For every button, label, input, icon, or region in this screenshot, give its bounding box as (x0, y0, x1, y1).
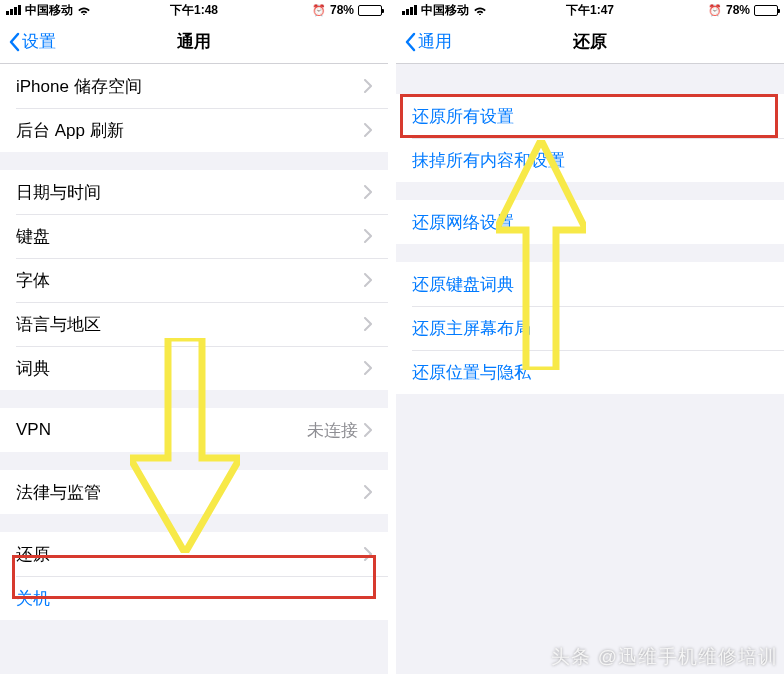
back-label: 通用 (418, 30, 452, 53)
row-erase-all[interactable]: 抹掉所有内容和设置 (396, 138, 784, 182)
alarm-icon: ⏰ (312, 4, 326, 17)
nav-bar: 设置 通用 (0, 20, 388, 64)
status-time: 下午1:47 (566, 2, 614, 19)
row-label: VPN (16, 420, 307, 440)
row-reset-location[interactable]: 还原位置与隐私 (396, 350, 784, 394)
row-label: 键盘 (16, 225, 364, 248)
row-reset-keyboard[interactable]: 还原键盘词典 (396, 262, 784, 306)
row-label: iPhone 储存空间 (16, 75, 364, 98)
status-time: 下午1:48 (170, 2, 218, 19)
phone-right: 中国移动 下午1:47 ⏰ 78% 通用 还原 还原所有设置 抹掉所有内容和设置 (396, 0, 784, 674)
row-label: 还原 (16, 543, 364, 566)
chevron-right-icon (364, 423, 372, 437)
back-button[interactable]: 通用 (404, 30, 452, 53)
battery-icon (358, 5, 382, 16)
row-label: 还原位置与隐私 (412, 361, 768, 384)
chevron-right-icon (364, 317, 372, 331)
row-datetime[interactable]: 日期与时间 (0, 170, 388, 214)
row-lang-region[interactable]: 语言与地区 (0, 302, 388, 346)
wifi-icon (473, 5, 487, 15)
chevron-right-icon (364, 547, 372, 561)
row-shutdown[interactable]: 关机 (0, 576, 388, 620)
row-keyboard[interactable]: 键盘 (0, 214, 388, 258)
row-label: 还原所有设置 (412, 105, 768, 128)
chevron-right-icon (364, 273, 372, 287)
watermark: 头条 @迅维手机维修培训 (551, 644, 778, 670)
chevron-right-icon (364, 123, 372, 137)
row-label: 还原主屏幕布局 (412, 317, 768, 340)
row-label: 还原网络设置 (412, 211, 768, 234)
back-button[interactable]: 设置 (8, 30, 56, 53)
alarm-icon: ⏰ (708, 4, 722, 17)
chevron-right-icon (364, 361, 372, 375)
phone-left: 中国移动 下午1:48 ⏰ 78% 设置 通用 iPhone 储存空间 后台 A… (0, 0, 388, 674)
reset-list: 还原所有设置 抹掉所有内容和设置 还原网络设置 还原键盘词典 还原主屏幕布局 还… (396, 94, 784, 394)
carrier-label: 中国移动 (25, 2, 73, 19)
row-dictionary[interactable]: 词典 (0, 346, 388, 390)
row-label: 还原键盘词典 (412, 273, 768, 296)
row-storage[interactable]: iPhone 储存空间 (0, 64, 388, 108)
battery-pct: 78% (726, 3, 750, 17)
chevron-right-icon (364, 185, 372, 199)
status-bar: 中国移动 下午1:47 ⏰ 78% (396, 0, 784, 20)
battery-pct: 78% (330, 3, 354, 17)
chevron-right-icon (364, 79, 372, 93)
page-title: 通用 (177, 30, 211, 53)
row-reset-home[interactable]: 还原主屏幕布局 (396, 306, 784, 350)
signal-icon (6, 5, 21, 15)
row-label: 语言与地区 (16, 313, 364, 336)
row-label: 抹掉所有内容和设置 (412, 149, 768, 172)
signal-icon (402, 5, 417, 15)
row-reset-network[interactable]: 还原网络设置 (396, 200, 784, 244)
battery-icon (754, 5, 778, 16)
row-vpn[interactable]: VPN 未连接 (0, 408, 388, 452)
settings-list: iPhone 储存空间 后台 App 刷新 日期与时间 键盘 字体 (0, 64, 388, 620)
row-reset[interactable]: 还原 (0, 532, 388, 576)
row-reset-all[interactable]: 还原所有设置 (396, 94, 784, 138)
wifi-icon (77, 5, 91, 15)
row-label: 关机 (16, 587, 372, 610)
chevron-right-icon (364, 485, 372, 499)
row-bg-refresh[interactable]: 后台 App 刷新 (0, 108, 388, 152)
chevron-right-icon (364, 229, 372, 243)
carrier-label: 中国移动 (421, 2, 469, 19)
row-legal[interactable]: 法律与监管 (0, 470, 388, 514)
row-label: 日期与时间 (16, 181, 364, 204)
row-label: 法律与监管 (16, 481, 364, 504)
chevron-left-icon (8, 32, 20, 52)
row-label: 词典 (16, 357, 364, 380)
chevron-left-icon (404, 32, 416, 52)
page-title: 还原 (573, 30, 607, 53)
back-label: 设置 (22, 30, 56, 53)
row-label: 后台 App 刷新 (16, 119, 364, 142)
status-bar: 中国移动 下午1:48 ⏰ 78% (0, 0, 388, 20)
row-label: 字体 (16, 269, 364, 292)
nav-bar: 通用 还原 (396, 20, 784, 64)
row-detail: 未连接 (307, 419, 358, 442)
row-fonts[interactable]: 字体 (0, 258, 388, 302)
